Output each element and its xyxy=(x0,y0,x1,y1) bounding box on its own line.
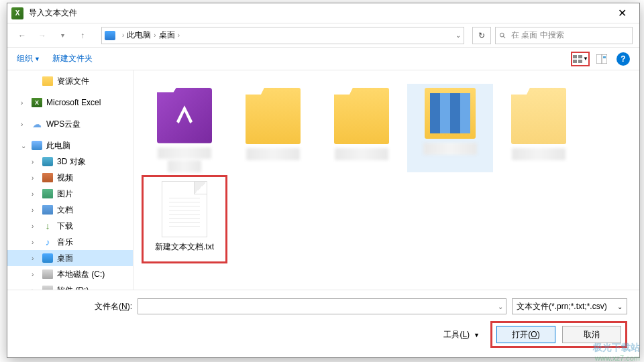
up-button[interactable]: ↑ xyxy=(74,27,91,44)
file-label-blurred xyxy=(512,148,566,160)
pc-icon xyxy=(105,31,115,40)
file-item[interactable] xyxy=(407,84,493,172)
cancel-button[interactable]: 取消 xyxy=(562,326,621,343)
tree-item-wps-cloud[interactable]: ›☁WPS云盘 xyxy=(7,116,133,132)
svg-rect-1 xyxy=(578,55,582,58)
search-icon: ⚲ xyxy=(497,29,508,40)
pc-icon xyxy=(32,141,42,150)
file-label-blurred xyxy=(335,148,388,160)
action-buttons-highlight: 打开(O) 取消 xyxy=(490,321,627,348)
chevron-right-icon: › xyxy=(154,32,156,39)
document-icon xyxy=(42,205,53,215)
disk-icon xyxy=(42,269,53,279)
forward-button: → xyxy=(34,27,50,44)
tree-item-music[interactable]: ›♪音乐 xyxy=(7,234,133,250)
file-label-blurred xyxy=(158,147,211,160)
video-icon xyxy=(42,173,53,182)
file-item[interactable] xyxy=(319,84,405,172)
filename-label: 文件名(N): xyxy=(95,301,132,312)
folder-icon xyxy=(246,88,301,144)
tree-item-this-pc[interactable]: ⌄此电脑 xyxy=(7,137,133,154)
file-item-txt[interactable]: 新建文本文档.txt xyxy=(142,175,227,263)
new-folder-button[interactable]: 新建文件夹 xyxy=(52,53,93,64)
preview-pane-button[interactable] xyxy=(592,52,611,66)
dialog-footer: 文件名(N): ⌄ 文本文件(*.prn;*.txt;*.csv)⌄ 工具(L)… xyxy=(7,290,639,357)
tree-item-documents[interactable]: ›文档 xyxy=(7,202,133,218)
svg-rect-2 xyxy=(573,60,577,63)
excel-icon: X xyxy=(11,7,23,19)
tree-item-pictures[interactable]: ›图片 xyxy=(7,186,133,202)
tools-menu[interactable]: 工具(L)▼ xyxy=(443,329,480,341)
back-button[interactable]: ← xyxy=(14,27,30,44)
tree-item-3d[interactable]: ›3D 对象 xyxy=(7,154,133,170)
svg-rect-3 xyxy=(578,60,582,63)
folder-icon xyxy=(425,88,476,139)
tree-item-downloads[interactable]: ›↓下载 xyxy=(7,218,133,234)
svg-rect-0 xyxy=(573,55,577,58)
text-file-icon xyxy=(162,181,207,237)
path-segment-root[interactable]: 此电脑 xyxy=(127,29,151,41)
chevron-right-icon: › xyxy=(178,32,180,39)
cloud-icon: ☁ xyxy=(32,119,42,129)
file-label-blurred xyxy=(246,148,300,160)
search-placeholder: 在 桌面 中搜索 xyxy=(511,29,564,41)
svg-rect-6 xyxy=(603,56,606,58)
search-input[interactable]: ⚲ 在 桌面 中搜索 xyxy=(495,27,633,44)
window-title: 导入文本文件 xyxy=(29,7,608,19)
open-button[interactable]: 打开(O) xyxy=(496,326,555,343)
tree-item-disk-c[interactable]: ›本地磁盘 (C:) xyxy=(7,266,133,282)
nav-tree: 资源文件 ›XMicrosoft Excel ›☁WPS云盘 ⌄此电脑 ›3D … xyxy=(7,70,133,290)
download-icon: ↓ xyxy=(42,221,53,231)
music-icon: ♪ xyxy=(42,237,53,247)
organize-menu[interactable]: 组织▼ xyxy=(17,53,40,64)
chevron-right-icon: › xyxy=(122,32,124,39)
folder-icon xyxy=(157,88,212,143)
tree-item-disk-d[interactable]: ›软件 (D:) xyxy=(7,282,133,290)
import-text-dialog: X 导入文本文件 ✕ ← → ▾ ↑ › 此电脑 › 桌面 › ⌄ ↻ ⚲ 在 … xyxy=(7,3,640,358)
address-dropdown-icon[interactable]: ⌄ xyxy=(455,32,461,39)
address-bar[interactable]: › 此电脑 › 桌面 › ⌄ xyxy=(101,27,464,44)
file-label-blurred xyxy=(423,143,477,155)
help-button[interactable]: ? xyxy=(616,52,630,66)
folder-icon xyxy=(511,88,566,144)
titlebar: X 导入文本文件 ✕ xyxy=(7,3,639,23)
file-list[interactable]: 新建文本文档.txt xyxy=(133,70,639,290)
cube-icon xyxy=(42,157,53,166)
dialog-body: 资源文件 ›XMicrosoft Excel ›☁WPS云盘 ⌄此电脑 ›3D … xyxy=(7,70,639,290)
toolbar: 组织▼ 新建文件夹 ▼ ? xyxy=(7,48,639,70)
filetype-dropdown[interactable]: 文本文件(*.prn;*.txt;*.csv)⌄ xyxy=(512,298,627,314)
tree-item-desktop[interactable]: ›桌面 xyxy=(7,250,133,266)
file-label: 新建文本文档.txt xyxy=(155,241,214,253)
file-item[interactable] xyxy=(496,84,582,172)
tree-item-excel[interactable]: ›XMicrosoft Excel xyxy=(7,95,133,111)
view-mode-button[interactable]: ▼ xyxy=(571,52,590,66)
file-item[interactable] xyxy=(142,84,227,172)
path-segment-current[interactable]: 桌面 xyxy=(159,29,175,41)
image-icon xyxy=(42,189,53,198)
folder-icon xyxy=(334,88,389,144)
file-item[interactable] xyxy=(230,84,316,172)
close-button[interactable]: ✕ xyxy=(608,5,635,22)
excel-icon: X xyxy=(32,98,42,107)
recent-dropdown[interactable]: ▾ xyxy=(54,27,70,44)
refresh-button[interactable]: ↻ xyxy=(472,27,491,44)
navigation-bar: ← → ▾ ↑ › 此电脑 › 桌面 › ⌄ ↻ ⚲ 在 桌面 中搜索 xyxy=(7,23,639,48)
filename-input[interactable]: ⌄ xyxy=(138,298,506,314)
folder-icon xyxy=(42,76,53,86)
tree-item-resources[interactable]: 资源文件 xyxy=(7,73,133,89)
desktop-icon xyxy=(42,253,53,263)
tree-item-videos[interactable]: ›视频 xyxy=(7,170,133,186)
